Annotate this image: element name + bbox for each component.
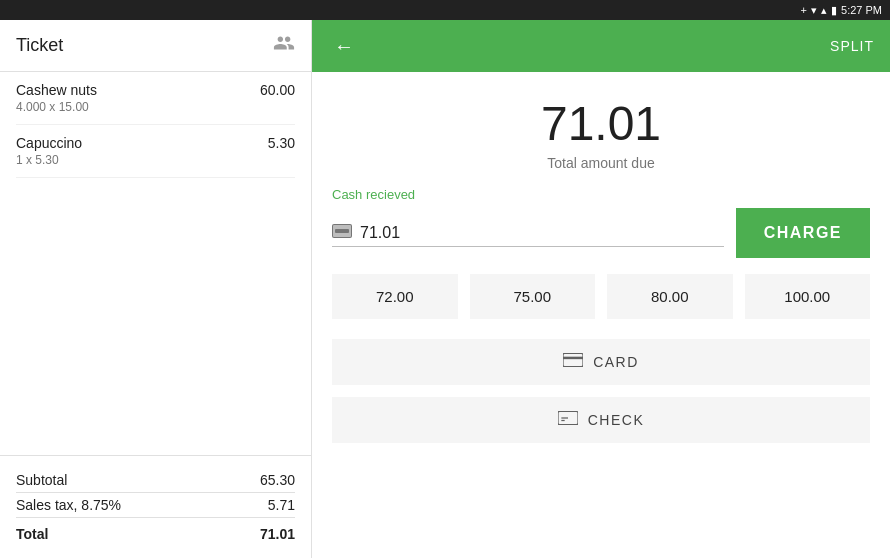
- tax-value: 5.71: [268, 497, 295, 513]
- cash-section: Cash recieved 71.01 CHARGE: [312, 187, 890, 258]
- ticket-item: Cashew nuts 60.00 4.000 x 15.00: [16, 72, 295, 125]
- quick-amount-btn-3[interactable]: 100.00: [745, 274, 871, 319]
- time-display: 5:27 PM: [841, 4, 882, 16]
- status-icons: +︎ ▾ ▴ ▮ 5:27 PM: [801, 4, 882, 17]
- card-label: CARD: [593, 354, 639, 370]
- battery-icon: ▮: [831, 4, 837, 17]
- svg-rect-4: [563, 357, 583, 360]
- total-row: Total 71.01: [16, 518, 295, 546]
- wifi-icon: ▾: [811, 4, 817, 17]
- check-label: CHECK: [588, 412, 645, 428]
- item-detail: 1 x 5.30: [16, 153, 295, 167]
- item-name: Cashew nuts: [16, 82, 97, 98]
- quick-amounts: 72.00 75.00 80.00 100.00: [312, 258, 890, 335]
- right-header: ← SPLIT: [312, 20, 890, 72]
- ticket-title: Ticket: [16, 35, 63, 56]
- cash-icon: [332, 224, 352, 242]
- left-panel: Ticket Cashew nuts 60.00 4.000 x 15.00 C…: [0, 20, 312, 558]
- quick-amount-btn-2[interactable]: 80.00: [607, 274, 733, 319]
- person-icon[interactable]: [273, 32, 295, 59]
- charge-button[interactable]: CHARGE: [736, 208, 870, 258]
- cash-amount-value: 71.01: [360, 224, 400, 242]
- total-amount-label: Total amount due: [547, 155, 654, 171]
- tax-row: Sales tax, 8.75% 5.71: [16, 493, 295, 518]
- quick-amount-btn-0[interactable]: 72.00: [332, 274, 458, 319]
- signal-icon: ▴: [821, 4, 827, 17]
- ticket-item: Capuccino 5.30 1 x 5.30: [16, 125, 295, 178]
- payment-methods: CARD CHECK: [312, 339, 890, 443]
- item-detail: 4.000 x 15.00: [16, 100, 295, 114]
- card-icon: [563, 353, 583, 371]
- quick-amount-btn-1[interactable]: 75.00: [470, 274, 596, 319]
- main-layout: Ticket Cashew nuts 60.00 4.000 x 15.00 C…: [0, 20, 890, 558]
- subtotal-row: Subtotal 65.30: [16, 468, 295, 493]
- check-payment-button[interactable]: CHECK: [332, 397, 870, 443]
- svg-rect-2: [335, 229, 349, 233]
- ticket-footer: Subtotal 65.30 Sales tax, 8.75% 5.71 Tot…: [0, 455, 311, 558]
- total-value: 71.01: [260, 526, 295, 542]
- total-label: Total: [16, 526, 48, 542]
- ticket-items: Cashew nuts 60.00 4.000 x 15.00 Capuccin…: [0, 72, 311, 455]
- item-price: 60.00: [260, 82, 295, 98]
- ticket-item-row: Cashew nuts 60.00: [16, 82, 295, 98]
- ticket-header: Ticket: [0, 20, 311, 72]
- item-price: 5.30: [268, 135, 295, 151]
- svg-rect-3: [563, 353, 583, 366]
- bluetooth-icon: +︎: [801, 4, 807, 16]
- split-button[interactable]: SPLIT: [830, 38, 874, 54]
- right-panel: ← SPLIT 71.01 Total amount due Cash reci…: [312, 20, 890, 558]
- check-icon: [558, 411, 578, 429]
- ticket-item-row: Capuccino 5.30: [16, 135, 295, 151]
- total-amount-display: 71.01: [541, 96, 661, 151]
- status-bar: +︎ ▾ ▴ ▮ 5:27 PM: [0, 0, 890, 20]
- tax-label: Sales tax, 8.75%: [16, 497, 121, 513]
- amount-section: 71.01 Total amount due: [312, 72, 890, 187]
- item-name: Capuccino: [16, 135, 82, 151]
- cash-input-row: 71.01 CHARGE: [332, 208, 870, 258]
- subtotal-label: Subtotal: [16, 472, 67, 488]
- card-payment-button[interactable]: CARD: [332, 339, 870, 385]
- back-button[interactable]: ←: [328, 30, 360, 62]
- cash-input-wrapper: 71.01: [332, 220, 724, 247]
- cash-received-label: Cash recieved: [332, 187, 870, 202]
- subtotal-value: 65.30: [260, 472, 295, 488]
